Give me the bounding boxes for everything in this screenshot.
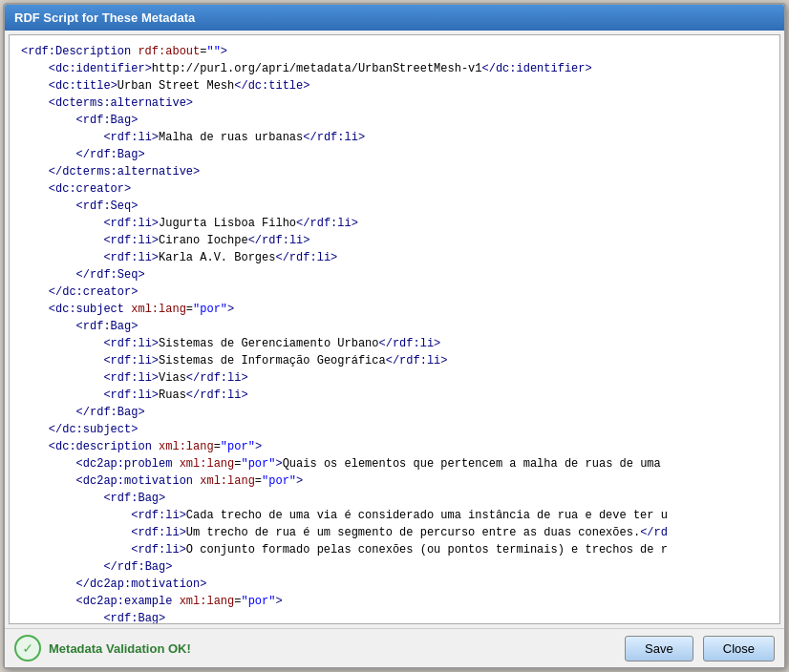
- dialog-footer: ✓ Metadata Validation OK! Save Close: [5, 628, 784, 667]
- xml-scroll-container[interactable]: <rdf:Description rdf:about=""> <dc:ident…: [10, 35, 779, 623]
- xml-text: <rdf:Description rdf:about=""> <dc:ident…: [10, 35, 779, 623]
- xml-content-area: <rdf:Description rdf:about=""> <dc:ident…: [9, 34, 780, 624]
- rdf-dialog: RDF Script for These Metadata <rdf:Descr…: [3, 3, 786, 669]
- dialog-title: RDF Script for These Metadata: [5, 5, 784, 31]
- validation-text: Metadata Validation OK!: [49, 641, 191, 656]
- save-button[interactable]: Save: [625, 636, 693, 662]
- validation-message: ✓ Metadata Validation OK!: [14, 635, 615, 662]
- validation-icon: ✓: [14, 635, 41, 662]
- close-button[interactable]: Close: [703, 636, 775, 662]
